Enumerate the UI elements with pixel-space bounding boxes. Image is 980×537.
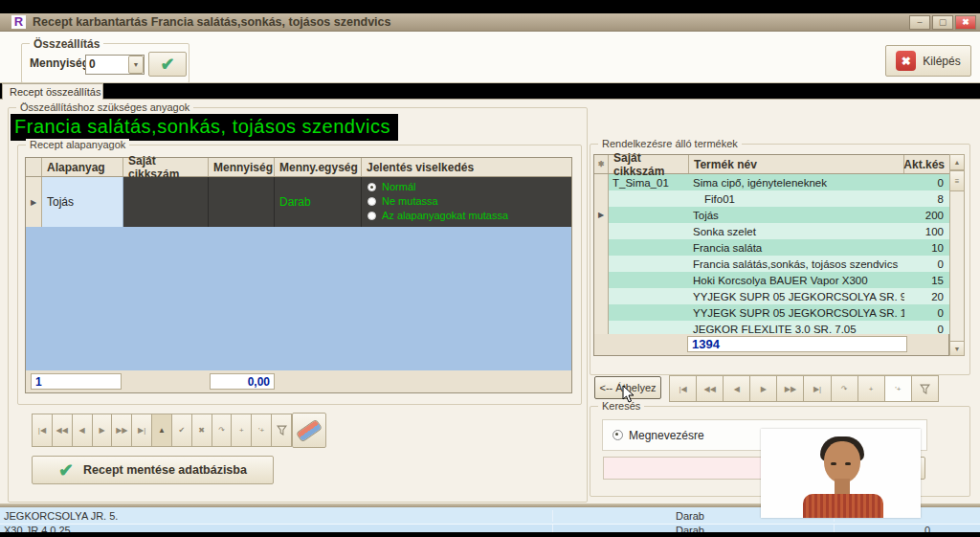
pnav-last-button[interactable]: ▶| bbox=[804, 375, 831, 402]
col-mennyiseg[interactable]: Mennyiség bbox=[209, 158, 275, 176]
col-akt-kes[interactable]: Akt.kés bbox=[904, 155, 948, 173]
nav-cancel-icon: ✖ bbox=[198, 426, 205, 435]
nav-accept-button[interactable]: ✔ bbox=[172, 414, 192, 447]
cell-sajat-cikkszam[interactable] bbox=[123, 177, 209, 227]
quantity-apply-button[interactable]: ✔ bbox=[148, 52, 187, 77]
row-indicator-icon: ▶ bbox=[26, 177, 42, 227]
nav-rewind-button[interactable]: ◀◀ bbox=[53, 414, 73, 447]
product-row[interactable]: Sonka szelet100 bbox=[594, 223, 964, 239]
cell-keszlet: 15 bbox=[904, 275, 948, 286]
recipe-grid-row[interactable]: ▶ Tojás Darab Normál Ne mutassa Az alapa… bbox=[26, 177, 571, 227]
col-sajat-cikkszam[interactable]: Saját cikkszám bbox=[123, 158, 209, 176]
col-cikkszam[interactable]: Saját cikkszám bbox=[609, 155, 689, 173]
radio-ne-mutassa[interactable]: Ne mutassa bbox=[368, 194, 571, 209]
nav-cancel-button[interactable]: ✖ bbox=[192, 414, 212, 447]
cell-keszlet: 0 bbox=[904, 258, 948, 270]
eraser-icon bbox=[297, 420, 321, 441]
tab-recept-osszeallitas[interactable]: Recept összeállítás bbox=[2, 83, 103, 100]
cell-keszlet: 0 bbox=[904, 307, 948, 319]
nav-last-button[interactable]: ▶| bbox=[132, 414, 152, 447]
cell-keszlet: 200 bbox=[904, 210, 948, 221]
col-jelentes[interactable]: Jelentés viselkedés bbox=[362, 158, 571, 176]
pnav-forward-button[interactable]: ▶▶ bbox=[777, 375, 804, 402]
nav-add-button[interactable]: + bbox=[232, 414, 252, 447]
maximize-button[interactable]: ▢ bbox=[932, 15, 953, 30]
cell-nev: Hoki Korcsolya BAUER Vapor X300 bbox=[689, 275, 904, 286]
row-ind bbox=[594, 304, 609, 321]
product-row[interactable]: JEGKOR FLEXLITE 3.0 SR. 7.050 bbox=[594, 321, 964, 335]
pnav-forward-icon: ▶▶ bbox=[785, 385, 796, 393]
cell-nev: Francia salátás,sonkás, tojásos szendvic… bbox=[689, 258, 904, 270]
nav-add2-icon: '+ bbox=[258, 426, 264, 435]
close-button[interactable]: ✖ bbox=[955, 15, 976, 30]
cell-nev: Francia saláta bbox=[689, 242, 904, 254]
nav-rewind-icon: ◀◀ bbox=[56, 426, 68, 435]
row-ind bbox=[594, 321, 609, 335]
search-radio-megnevezesre[interactable]: Megnevezésre bbox=[612, 429, 704, 442]
nav-prev-button[interactable]: ◀ bbox=[73, 414, 93, 447]
quantity-dropdown-icon[interactable]: ▼ bbox=[128, 56, 144, 74]
clear-button[interactable] bbox=[292, 413, 326, 448]
col-menny-egyseg[interactable]: Menny.egység bbox=[275, 158, 362, 176]
col-alapanyag[interactable]: Alapanyag bbox=[42, 158, 123, 176]
product-row[interactable]: Fifo018 bbox=[594, 190, 964, 207]
exit-button[interactable]: ✖ Kilépés bbox=[885, 45, 971, 77]
product-row-selected[interactable]: ▶Tojás200 bbox=[594, 207, 964, 223]
product-row[interactable]: T_Sima_01Sima cipő, igényteleneknek0 bbox=[594, 174, 964, 190]
screen: R Recept karbantartás Francia salátás,so… bbox=[0, 0, 980, 537]
alapanyagok-group-label: Recept alapanyagok bbox=[26, 139, 129, 150]
nav-first-button[interactable]: |◀ bbox=[32, 414, 53, 447]
radio-normal[interactable]: Normál bbox=[368, 180, 571, 194]
products-grid[interactable]: ✱ Saját cikkszám Termék név Akt.kés T_Si… bbox=[593, 154, 965, 356]
recipe-grid-footer: 1 0,00 bbox=[25, 370, 572, 393]
cell-alapanyag[interactable]: Tojás bbox=[42, 177, 123, 227]
radio-alapanyagokat[interactable]: Az alapanyagokat mutassa bbox=[368, 209, 571, 223]
product-row[interactable]: YYJEGK SUPR 05 JEGKORCSOLYA SR. 100 bbox=[594, 304, 964, 321]
radio-normal-icon bbox=[368, 183, 376, 191]
cell-mennyiseg[interactable] bbox=[209, 177, 275, 227]
pnav-filter-button[interactable] bbox=[912, 375, 939, 402]
save-recipe-button[interactable]: ✔ Recept mentése adatbázisba bbox=[32, 456, 274, 484]
save-recipe-label: Recept mentése adatbázisba bbox=[83, 463, 247, 477]
cell-menny-egyseg[interactable]: Darab bbox=[275, 177, 362, 227]
pnav-add2-button[interactable]: '+ bbox=[885, 375, 912, 402]
nav-filter-button[interactable] bbox=[272, 414, 292, 447]
nav-forward-button[interactable]: ▶▶ bbox=[112, 414, 132, 447]
cell-keszlet: 0 bbox=[904, 324, 948, 335]
products-navigator: |◀ ◀◀ ◀ ▶ ▶▶ ▶| ↷ + '+ bbox=[669, 375, 939, 402]
pnav-refresh-button[interactable]: ↷ bbox=[832, 375, 858, 402]
cell-keszlet: 8 bbox=[904, 193, 948, 205]
cell-keszlet: 10 bbox=[904, 242, 948, 254]
products-scrollbar[interactable]: ▲ ≡ ▼ bbox=[949, 154, 965, 356]
col-termek-nev[interactable]: Termék név bbox=[689, 155, 904, 173]
pnav-first-button[interactable]: |◀ bbox=[669, 375, 697, 402]
row-ind bbox=[594, 190, 609, 207]
recipe-navigator: |◀ ◀◀ ◀ ▶ ▶▶ ▶| ▲ ✔ ✖ ↷ + '+ bbox=[32, 414, 292, 447]
product-row[interactable]: YYJEGK SUPR 05 JEGKORCSOLYA SR. 920 bbox=[594, 288, 964, 304]
product-row[interactable]: Francia saláta10 bbox=[594, 239, 964, 256]
products-grid-rows[interactable]: T_Sima_01Sima cipő, igényteleneknek0 Fif… bbox=[594, 174, 964, 335]
radio-alapanyagokat-label: Az alapanyagokat mutassa bbox=[382, 210, 508, 221]
pnav-prev-button[interactable]: ◀ bbox=[724, 375, 750, 402]
product-row[interactable]: Francia salátás,sonkás, tojásos szendvic… bbox=[594, 256, 964, 272]
nav-last-icon: ▶| bbox=[138, 426, 145, 435]
nav-refresh-button[interactable]: ↷ bbox=[212, 414, 233, 447]
scroll-up-icon[interactable]: ▲ bbox=[950, 155, 964, 170]
pnav-prev-icon: ◀ bbox=[734, 385, 740, 393]
recipe-grid[interactable]: Alapanyag Saját cikkszám Mennyiség Menny… bbox=[25, 157, 572, 371]
scroll-down-icon[interactable]: ▼ bbox=[950, 341, 964, 355]
quantity-select[interactable]: 0 ▼ bbox=[85, 55, 145, 75]
pnav-next-button[interactable]: ▶ bbox=[750, 375, 777, 402]
nav-add2-button[interactable]: '+ bbox=[252, 414, 272, 447]
cell-keszlet: 20 bbox=[904, 291, 948, 302]
minimize-button[interactable]: – bbox=[909, 15, 930, 30]
pnav-add-button[interactable]: + bbox=[858, 375, 885, 402]
products-grid-footer: 1394 bbox=[593, 334, 949, 356]
pnav-rewind-button[interactable]: ◀◀ bbox=[697, 375, 724, 402]
row-ind bbox=[594, 288, 609, 304]
scroll-thumb[interactable]: ≡ bbox=[950, 170, 964, 191]
save-check-icon: ✔ bbox=[58, 459, 74, 481]
product-row[interactable]: Hoki Korcsolya BAUER Vapor X30015 bbox=[594, 272, 964, 288]
nav-edit-button[interactable]: ▲ bbox=[152, 414, 172, 447]
nav-next-button[interactable]: ▶ bbox=[93, 414, 113, 447]
